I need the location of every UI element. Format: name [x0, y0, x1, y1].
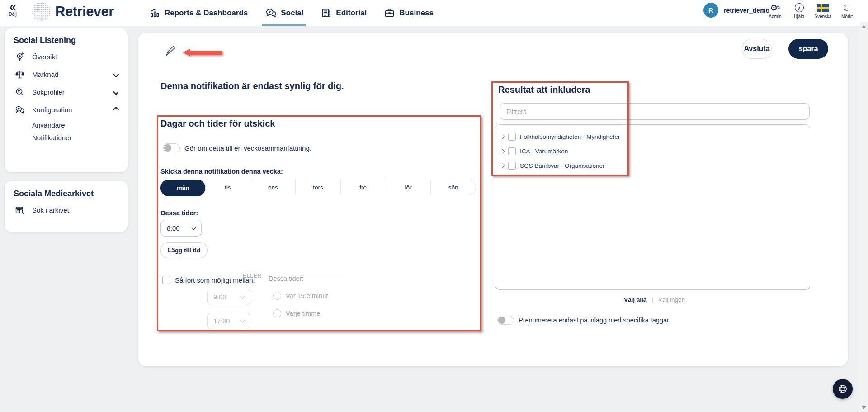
- link-separator: |: [651, 296, 653, 303]
- tree-checkbox[interactable]: [508, 162, 516, 170]
- sidebar-item-label: Marknad: [32, 71, 58, 78]
- day-button-ons[interactable]: ons: [250, 180, 296, 195]
- scroll-up-arrow[interactable]: [862, 25, 866, 28]
- chevron-down-icon: [113, 89, 119, 95]
- chevron-up-icon: [113, 107, 119, 113]
- day-button-son[interactable]: sön: [431, 180, 476, 195]
- weekly-summary-label: Gör om detta till en veckosammanfattning…: [184, 144, 311, 152]
- tree-row-ica[interactable]: ICA - Varumärken: [499, 144, 806, 158]
- nav-label: Reports & Dashboards: [165, 9, 248, 18]
- nav-social[interactable]: Social: [265, 0, 303, 26]
- radio-label: Varje timme: [286, 310, 320, 317]
- nav-reports-dashboards[interactable]: Reports & Dashboards: [149, 0, 248, 26]
- chevron-right-icon[interactable]: [500, 149, 505, 153]
- scales-icon: [14, 69, 26, 80]
- day-button-tors[interactable]: tors: [296, 180, 341, 195]
- tree-row-folkhalsomyndigheten[interactable]: Folkhälsomyndigheten - Myndigheter: [499, 129, 806, 144]
- swedish-flag-icon: [817, 2, 829, 14]
- times-label: Dessa tider:: [160, 209, 198, 217]
- asap-checkbox-row: Så fort som möjligt mellan:: [162, 276, 255, 284]
- nav-business[interactable]: Business: [384, 0, 434, 26]
- sidebar-item-label: Sökprofiler: [32, 88, 65, 96]
- sidebar-item-marknad[interactable]: Marknad: [14, 66, 120, 83]
- radio-row-hourly: Varje timme: [273, 309, 320, 317]
- globe-icon: [837, 384, 848, 394]
- day-button-man[interactable]: mån: [160, 180, 206, 196]
- primary-nav: Reports & Dashboards Social: [149, 0, 434, 26]
- sidebar-subitem-anvandare[interactable]: Användare: [14, 118, 120, 131]
- chevron-right-icon[interactable]: [500, 163, 505, 168]
- collapse-label: Dölj: [5, 12, 21, 17]
- select-none-link[interactable]: Välj ingen: [658, 296, 685, 303]
- sidebar-item-sokprofiler[interactable]: Sökprofiler: [14, 83, 120, 101]
- archive-search-icon: [14, 205, 26, 216]
- language-button[interactable]: Svenska: [811, 2, 835, 19]
- sidebar-item-label: Översikt: [32, 53, 57, 61]
- filter-input[interactable]: [500, 103, 810, 120]
- globe-fab-button[interactable]: [833, 379, 853, 399]
- chevron-right-icon[interactable]: [500, 134, 505, 139]
- results-section-title: Resultat att inkludera: [498, 85, 590, 95]
- asap-label: Så fort som möjligt mellan:: [175, 276, 255, 284]
- nav-label: Social: [281, 9, 303, 18]
- sidebar-item-konfiguration[interactable]: Konfiguration: [14, 101, 120, 118]
- radio-hourly[interactable]: [273, 309, 281, 317]
- nav-editorial[interactable]: Editorial: [321, 0, 367, 26]
- day-button-tis[interactable]: tis: [206, 180, 251, 195]
- tree-row-sos-barnbyar[interactable]: SOS Barnbyar - Organisationer: [499, 158, 806, 173]
- chat-bubbles-icon: [265, 7, 277, 19]
- save-button[interactable]: spara: [788, 39, 828, 59]
- retriever-sphere-icon: [32, 2, 51, 21]
- action-label: Mörkt: [841, 14, 853, 19]
- asap-from-select[interactable]: 9:00: [207, 289, 250, 305]
- admin-button[interactable]: ⚙⚙ Admin: [763, 2, 787, 19]
- day-button-lor[interactable]: lör: [386, 180, 431, 195]
- page-scrollbar[interactable]: [860, 22, 868, 412]
- avatar: R: [703, 3, 718, 18]
- sidebar-subitem-label: Notifikationer: [32, 134, 72, 142]
- sidebar-title: Sociala Mediearkivet: [14, 189, 120, 199]
- asap-from-value: 9:00: [213, 294, 226, 301]
- results-tree-panel: Folkhälsomyndigheten - Myndigheter ICA -…: [495, 124, 810, 290]
- day-button-fre[interactable]: fre: [341, 180, 386, 195]
- tree-checkbox[interactable]: [508, 147, 516, 155]
- user-menu[interactable]: R retriever_demo: [703, 3, 769, 18]
- action-label: Svenska: [814, 14, 831, 19]
- dark-mode-button[interactable]: ☾ Mörkt: [835, 2, 859, 19]
- edit-pencil-icon[interactable]: [164, 44, 177, 59]
- tree-checkbox[interactable]: [508, 133, 516, 141]
- radio-row-15min: Var 15:e minut: [273, 292, 328, 300]
- chevron-down-icon: [192, 225, 196, 230]
- radio-15min[interactable]: [273, 292, 281, 300]
- select-all-link[interactable]: Välj alla: [624, 296, 646, 303]
- weekday-selector: mån tis ons tors fre lör sön: [160, 180, 476, 195]
- tags-toggle[interactable]: [497, 316, 514, 325]
- brand-wordmark: Retriever: [55, 4, 114, 20]
- cancel-button[interactable]: Avsluta: [742, 39, 772, 59]
- briefcase-icon: [384, 7, 395, 19]
- help-button[interactable]: i Hjälp: [787, 2, 811, 19]
- asap-checkbox[interactable]: [162, 276, 170, 284]
- collapse-sidebar-button[interactable]: « Dölj: [5, 1, 21, 17]
- chevron-down-icon: [113, 71, 119, 77]
- time-select[interactable]: 8:00: [160, 220, 202, 237]
- asap-to-select[interactable]: 17:00: [207, 313, 250, 329]
- gears-icon: ⚙⚙: [770, 2, 780, 14]
- top-header: « Dölj Retriever Reports & Dashboards: [0, 0, 868, 26]
- select-links: Välj alla | Välj ingen: [624, 296, 685, 303]
- sidebar-item-sok-i-arkivet[interactable]: Sök i arkivet: [14, 201, 120, 219]
- sidebar-item-label: Sök i arkivet: [32, 206, 69, 214]
- tags-toggle-label: Prenumerera endast på inlägg med specifi…: [519, 317, 669, 324]
- tree-label: ICA - Varumärken: [520, 148, 568, 155]
- lightbulb-icon: [14, 52, 26, 62]
- sidebar-subitem-label: Användare: [32, 121, 65, 129]
- weekly-summary-toggle[interactable]: [163, 143, 180, 152]
- send-week-label: Skicka denna notifikation denna vecka:: [160, 168, 283, 175]
- sidebar-item-oversikt[interactable]: Översikt: [14, 48, 120, 66]
- sidebar-subitem-notifikationer[interactable]: Notifikationer: [14, 131, 120, 144]
- weekly-summary-toggle-row: Gör om detta till en veckosammanfattning…: [163, 143, 311, 152]
- sidebar-social-listening: Social Listening Översikt Marknad: [5, 28, 128, 172]
- retriever-logo[interactable]: Retriever: [32, 2, 114, 21]
- add-time-button[interactable]: Lägg till tid: [160, 242, 208, 258]
- scroll-down-arrow[interactable]: [862, 406, 866, 409]
